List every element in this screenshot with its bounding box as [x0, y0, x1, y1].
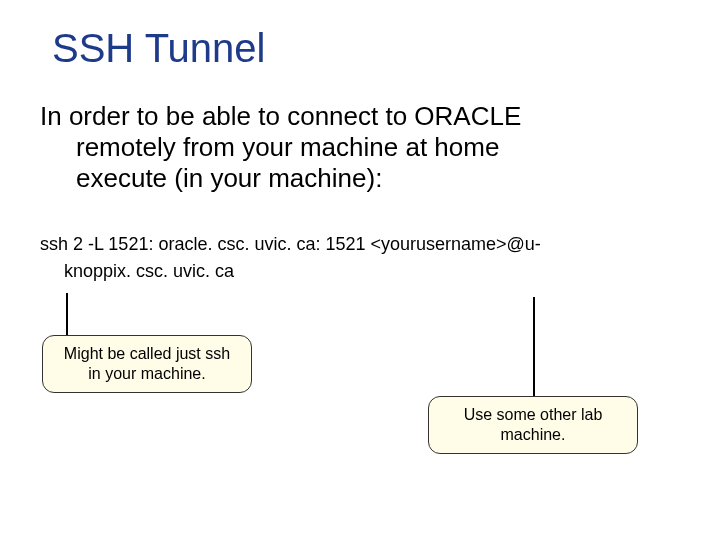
callout-connector-1 — [66, 293, 68, 335]
body-line-1: In order to be able to connect to ORACLE — [40, 101, 521, 131]
slide-title: SSH Tunnel — [52, 26, 680, 71]
ssh-command: ssh 2 -L 1521: oracle. csc. uvic. ca: 15… — [40, 231, 680, 285]
callout-ssh-name: Might be called just ssh in your machine… — [42, 335, 252, 393]
command-line-1: ssh 2 -L 1521: oracle. csc. uvic. ca: 15… — [40, 234, 541, 254]
callout-right-line1: Use some other lab — [443, 405, 623, 425]
slide-container: SSH Tunnel In order to be able to connec… — [0, 0, 720, 540]
callout-left-line2: in your machine. — [57, 364, 237, 384]
callout-right-line2: machine. — [443, 425, 623, 445]
body-line-3: execute (in your machine): — [76, 163, 680, 194]
slide-body: In order to be able to connect to ORACLE… — [40, 101, 680, 195]
body-line-2: remotely from your machine at home — [76, 132, 680, 163]
callout-left-line1: Might be called just ssh — [57, 344, 237, 364]
callout-connector-2 — [533, 297, 535, 396]
callout-lab-machine: Use some other lab machine. — [428, 396, 638, 454]
command-line-2: knoppix. csc. uvic. ca — [64, 258, 680, 285]
